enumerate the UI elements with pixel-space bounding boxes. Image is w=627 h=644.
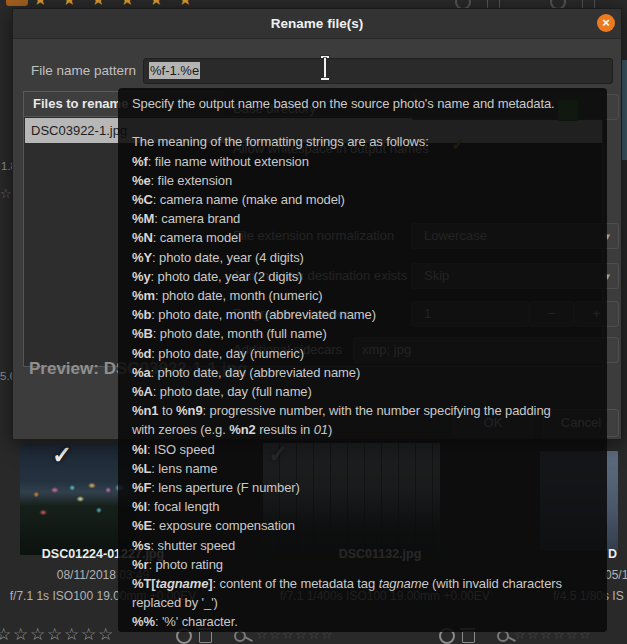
tooltip-line: %L: lens name [132, 459, 593, 478]
trash-icon[interactable] [462, 631, 475, 643]
thumbnail-filename-fragment: D [608, 547, 617, 561]
dialog-titlebar[interactable]: Rename file(s) × [13, 9, 621, 39]
close-icon[interactable]: × [597, 14, 615, 32]
tooltip-line: %s: shutter speed [132, 536, 593, 555]
star-icon[interactable]: ☆ [13, 624, 28, 644]
pattern-label: File name pattern [31, 58, 136, 84]
tooltip-line: Specify the output name based on the sou… [132, 94, 593, 113]
dialog-title: Rename file(s) [13, 9, 621, 38]
trash-icon[interactable] [199, 631, 212, 643]
tooltip-line: replaced by '_') [132, 593, 593, 612]
tooltip-line: %A: photo date, day (full name) [132, 382, 593, 401]
tooltip-line: %e: file extension [132, 171, 593, 190]
tooltip-line: %B: photo date, month (full name) [132, 324, 593, 343]
star-icon[interactable]: ☆ [64, 624, 79, 644]
thumbnail-date-fragment: 05/1 [605, 568, 627, 582]
tooltip-line: %%: '%' character. [132, 612, 593, 631]
star-icon[interactable]: ☆ [81, 624, 96, 644]
top-edge-icon-fragment [6, 0, 28, 6]
tooltip-line: %Y: photo date, year (4 digits) [132, 248, 593, 267]
tooltip-line: %E: exposure compensation [132, 516, 593, 535]
tooltip-line: %M: camera brand [132, 209, 593, 228]
tooltip-line: %I: ISO speed [132, 440, 593, 459]
tooltip-line [132, 113, 593, 132]
tooltip-line: %N: camera model [132, 228, 593, 247]
tooltip-line: %n1 to %n9: progressive number, with the… [132, 401, 593, 420]
pattern-input[interactable]: %f-1.%e [143, 58, 613, 84]
format-strings-tooltip: Specify the output name based on the sou… [118, 88, 607, 632]
star-icon[interactable]: ☆ [98, 624, 113, 644]
tooltip-line: The meaning of the formatting strings ar… [132, 132, 593, 151]
tooltip-line: %T[tagname]: content of the metadata tag… [132, 574, 593, 593]
tooltip-line: %l: focal length [132, 497, 593, 516]
tooltip-line: %b: photo date, month (abbreviated name) [132, 305, 593, 324]
star-icon[interactable]: ☆ [47, 624, 62, 644]
star-icon[interactable]: ☆ [30, 624, 45, 644]
tooltip-line: %d: photo date, day (numeric) [132, 344, 593, 363]
tooltip-line: %r: photo rating [132, 555, 593, 574]
tooltip-line: %a: photo date, day (abbreviated name) [132, 363, 593, 382]
left-edge-star-fragment: ☆ [0, 186, 12, 201]
selected-check-icon: ✓ [52, 441, 72, 469]
screen: ★★★★★★ 1.8 ☆ 5.6 ✓ ✓ DSC01224-01227.jpg … [0, 0, 627, 644]
tooltip-line: %y: photo date, year (2 digits) [132, 267, 593, 286]
tooltip-line: %F: lens aperture (F number) [132, 478, 593, 497]
ibeam-cursor [320, 56, 330, 80]
star-icon[interactable]: ☆ [0, 624, 11, 644]
tooltip-line: %m: photo date, month (numeric) [132, 286, 593, 305]
tooltip-line: with zeroes (e.g. %n2 results in 01) [132, 420, 593, 439]
tooltip-line: %f: file name without extension [132, 152, 593, 171]
tooltip-line: %C: camera name (make and model) [132, 190, 593, 209]
selected-text: %f-1.%e [149, 62, 200, 79]
